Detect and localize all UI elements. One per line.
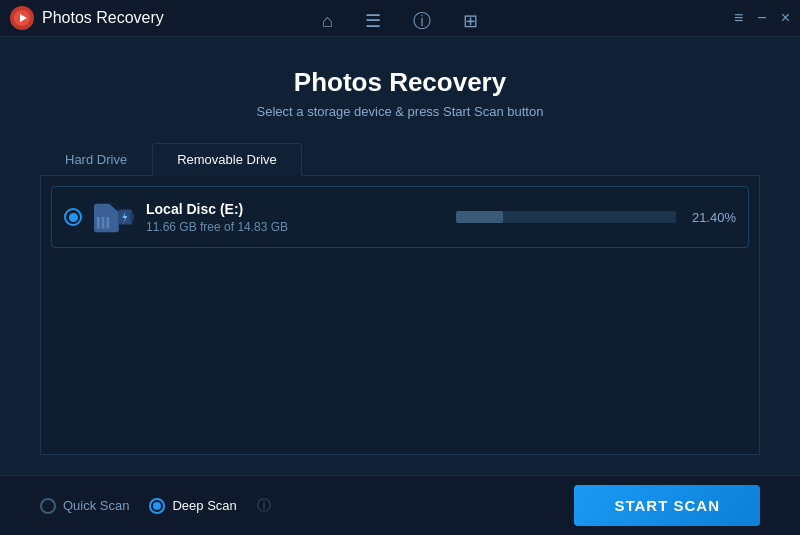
info-nav-icon[interactable]: ⓘ: [409, 5, 435, 37]
home-nav-icon[interactable]: ⌂: [318, 7, 337, 36]
main-content: Photos Recovery Select a storage device …: [0, 37, 800, 475]
menu-button[interactable]: ≡: [734, 9, 743, 27]
deep-scan-label: Deep Scan: [172, 498, 236, 513]
tab-removable-drive[interactable]: Removable Drive: [152, 143, 302, 176]
scan-options: Quick Scan Deep Scan ⓘ: [40, 497, 271, 515]
drive-size: 11.66 GB free of 14.83 GB: [146, 220, 444, 234]
window-controls: ≡ − ×: [734, 9, 790, 27]
deep-scan-info-icon[interactable]: ⓘ: [257, 497, 271, 515]
close-button[interactable]: ×: [781, 9, 790, 27]
drive-list: Local Disc (E:) 11.66 GB free of 14.83 G…: [40, 176, 760, 455]
app-logo-icon: [10, 6, 34, 30]
tab-hard-drive[interactable]: Hard Drive: [40, 143, 152, 176]
quick-scan-label: Quick Scan: [63, 498, 129, 513]
deep-scan-radio[interactable]: [149, 498, 165, 514]
tabs-container: Hard Drive Removable Drive: [40, 143, 760, 176]
title-bar-nav: ⌂ ☰ ⓘ ⊞: [318, 5, 482, 37]
grid-nav-icon[interactable]: ⊞: [459, 6, 482, 36]
page-title: Photos Recovery: [294, 67, 506, 98]
svg-rect-9: [130, 213, 134, 221]
drive-item[interactable]: Local Disc (E:) 11.66 GB free of 14.83 G…: [51, 186, 749, 248]
svg-rect-5: [97, 217, 100, 228]
drive-radio-dot: [69, 213, 78, 222]
deep-scan-option[interactable]: Deep Scan: [149, 498, 236, 514]
list-nav-icon[interactable]: ☰: [361, 6, 385, 36]
drive-icon: [94, 197, 134, 237]
bottom-bar: Quick Scan Deep Scan ⓘ START SCAN: [0, 475, 800, 535]
drive-info: Local Disc (E:) 11.66 GB free of 14.83 G…: [146, 201, 444, 234]
title-bar-left: Photos Recovery: [10, 6, 164, 30]
page-subtitle: Select a storage device & press Start Sc…: [257, 104, 544, 119]
drive-progress-bar: [456, 211, 676, 223]
quick-scan-option[interactable]: Quick Scan: [40, 498, 129, 514]
start-scan-button[interactable]: START SCAN: [574, 485, 760, 526]
drive-name: Local Disc (E:): [146, 201, 444, 217]
title-bar: Photos Recovery ⌂ ☰ ⓘ ⊞ ≡ − ×: [0, 0, 800, 37]
drive-progress-pct: 21.40%: [686, 210, 736, 225]
quick-scan-radio[interactable]: [40, 498, 56, 514]
drive-progress-fill: [456, 211, 503, 223]
svg-rect-6: [102, 217, 105, 228]
app-title: Photos Recovery: [42, 9, 164, 27]
svg-rect-7: [106, 217, 109, 228]
minimize-button[interactable]: −: [757, 9, 766, 27]
drive-progress-container: 21.40%: [456, 210, 736, 225]
drive-select-radio[interactable]: [64, 208, 82, 226]
deep-scan-radio-dot: [153, 502, 161, 510]
